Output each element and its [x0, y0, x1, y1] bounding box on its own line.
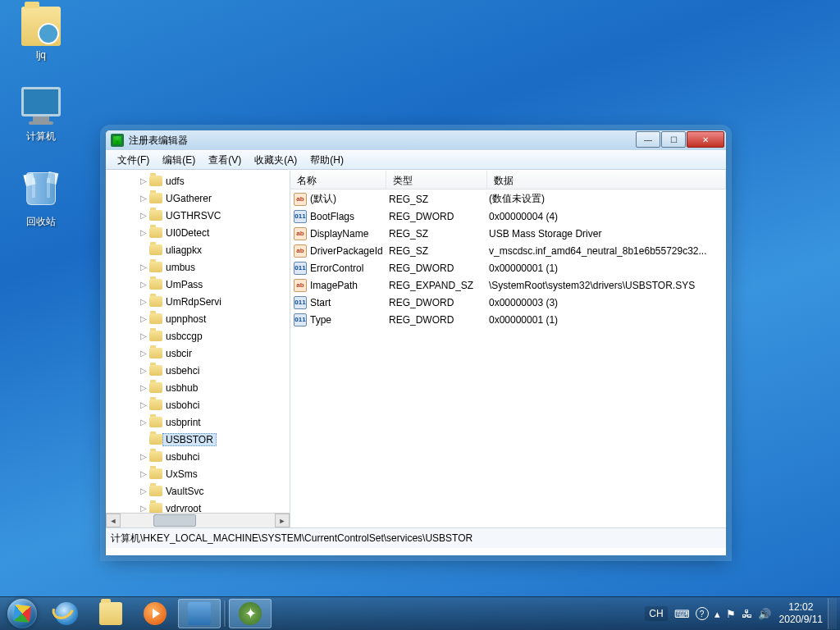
- tree-node-umrdpservi[interactable]: ▷UmRdpServi: [106, 293, 290, 310]
- tree-node-usbstor[interactable]: USBSTOR: [106, 431, 290, 448]
- value-name: ErrorControl: [310, 262, 363, 274]
- taskbar-app1[interactable]: [178, 599, 221, 628]
- expand-icon[interactable]: ▷: [139, 262, 148, 272]
- tree-node-uliagpkx[interactable]: uliagpkx: [106, 241, 290, 258]
- tree-node-ugthrsvc[interactable]: ▷UGTHRSVC: [106, 207, 290, 224]
- menu-view[interactable]: 查看(V): [202, 152, 248, 169]
- expand-icon[interactable]: ▷: [139, 176, 148, 185]
- close-button[interactable]: ✕: [687, 131, 724, 148]
- start-button[interactable]: [0, 597, 44, 630]
- tray-network-icon[interactable]: 🖧: [742, 608, 752, 620]
- tray-help-icon[interactable]: ?: [696, 607, 709, 620]
- scroll-thumb[interactable]: [153, 514, 196, 527]
- minimize-button[interactable]: —: [636, 131, 660, 148]
- menu-help[interactable]: 帮助(H): [304, 152, 350, 169]
- taskbar-mediaplayer[interactable]: [134, 599, 176, 628]
- value-name: Type: [310, 314, 331, 326]
- expand-icon[interactable]: ▷: [139, 486, 148, 495]
- col-name[interactable]: 名称: [290, 171, 386, 189]
- desktop-icon-recyclebin[interactable]: 回收站: [10, 169, 72, 229]
- tree-node-uxsms[interactable]: ▷UxSms: [106, 465, 290, 482]
- scroll-right-button[interactable]: ►: [275, 514, 290, 527]
- tree-node-umbus[interactable]: ▷umbus: [106, 258, 290, 276]
- value-row[interactable]: 011TypeREG_DWORD0x00000001 (1): [290, 311, 726, 328]
- value-row[interactable]: abImagePathREG_EXPAND_SZ\SystemRoot\syst…: [290, 276, 726, 294]
- col-type[interactable]: 类型: [386, 171, 487, 189]
- desktop-icon-computer[interactable]: 计算机: [10, 87, 72, 144]
- expand-icon[interactable]: ▷: [139, 228, 148, 237]
- maximize-button[interactable]: ☐: [661, 131, 686, 148]
- tree-node-vaultsvc[interactable]: ▷VaultSvc: [106, 482, 290, 500]
- expand-icon[interactable]: ▷: [139, 331, 148, 340]
- regedit-window: 注册表编辑器 — ☐ ✕ 文件(F) 编辑(E) 查看(V) 收藏夹(A) 帮助…: [105, 130, 727, 556]
- value-row[interactable]: 011ErrorControlREG_DWORD0x00000001 (1): [290, 259, 726, 276]
- taskbar: CH ⌨ ? ▴ ⚑ 🖧 🔊 12:02 2020/9/11: [0, 596, 840, 630]
- tree-node-usbccgp[interactable]: ▷usbccgp: [106, 327, 290, 345]
- expand-icon[interactable]: ▷: [139, 504, 148, 513]
- string-value-icon: ab: [294, 227, 307, 240]
- clock[interactable]: 12:02 2020/9/11: [779, 601, 823, 626]
- expand-icon[interactable]: ▷: [139, 194, 148, 203]
- list-header: 名称 类型 数据: [290, 171, 726, 189]
- expand-icon[interactable]: ▷: [139, 418, 148, 427]
- expand-icon[interactable]: ▷: [139, 297, 148, 306]
- folder-icon: [149, 313, 162, 324]
- folder-icon: [149, 193, 162, 203]
- expand-icon[interactable]: ▷: [139, 366, 148, 375]
- expand-icon[interactable]: ▷: [139, 383, 148, 392]
- taskbar-explorer[interactable]: [89, 599, 132, 628]
- show-desktop-button[interactable]: [828, 598, 837, 629]
- tree-node-umpass[interactable]: ▷UmPass: [106, 276, 290, 293]
- expand-icon[interactable]: ▷: [139, 349, 148, 358]
- tree-node-usbehci[interactable]: ▷usbehci: [106, 362, 290, 379]
- menu-edit[interactable]: 编辑(E): [156, 152, 202, 169]
- tree-node-label: usbhub: [166, 382, 198, 394]
- value-type: REG_DWORD: [389, 262, 489, 274]
- tree-node-usbuhci[interactable]: ▷usbuhci: [106, 448, 290, 465]
- expand-icon[interactable]: ▷: [139, 469, 148, 478]
- col-data[interactable]: 数据: [487, 171, 726, 189]
- tree-node-usbcir[interactable]: ▷usbcir: [106, 345, 290, 362]
- scroll-left-button[interactable]: ◄: [106, 514, 121, 527]
- value-row[interactable]: 011BootFlagsREG_DWORD0x00000004 (4): [290, 208, 726, 225]
- string-value-icon: ab: [294, 244, 307, 258]
- value-name: DisplayName: [310, 228, 368, 240]
- titlebar[interactable]: 注册表编辑器 — ☐ ✕: [106, 130, 726, 150]
- tree-node-usbprint[interactable]: ▷usbprint: [106, 413, 290, 431]
- value-data: 0x00000004 (4): [489, 211, 726, 222]
- taskbar-regedit[interactable]: [229, 599, 272, 628]
- folder-icon: [149, 262, 162, 272]
- horizontal-scrollbar[interactable]: ◄ ►: [106, 513, 290, 527]
- expand-icon[interactable]: [139, 435, 148, 444]
- tree-node-ui0detect[interactable]: ▷UI0Detect: [106, 224, 290, 241]
- value-row[interactable]: 011StartREG_DWORD0x00000003 (3): [290, 294, 726, 311]
- tray-flag-icon[interactable]: ⚑: [726, 608, 736, 620]
- tray-volume-icon[interactable]: 🔊: [758, 608, 771, 620]
- tree-node-usbhub[interactable]: ▷usbhub: [106, 379, 290, 396]
- expand-icon[interactable]: [139, 245, 148, 254]
- expand-icon[interactable]: ▷: [139, 314, 148, 323]
- tree-node-usbohci[interactable]: ▷usbohci: [106, 396, 290, 413]
- folder-icon: [149, 468, 162, 479]
- menu-file[interactable]: 文件(F): [111, 152, 156, 169]
- language-indicator[interactable]: CH: [645, 606, 667, 621]
- tray-chevron-icon[interactable]: ▴: [714, 608, 720, 620]
- value-row[interactable]: abDriverPackageIdREG_SZv_mscdsc.inf_amd6…: [290, 242, 726, 259]
- tree-node-udfs[interactable]: ▷udfs: [106, 172, 290, 189]
- tree-node-label: usbohci: [166, 399, 199, 411]
- taskbar-ie[interactable]: [45, 599, 88, 628]
- tree-node-label: UxSms: [166, 468, 198, 480]
- value-row[interactable]: ab(默认)REG_SZ(数值未设置): [290, 190, 726, 208]
- expand-icon[interactable]: ▷: [139, 400, 148, 409]
- tree-node-ugatherer[interactable]: ▷UGatherer: [106, 189, 290, 207]
- tree-node-label: usbprint: [166, 417, 201, 428]
- tree-node-upnphost[interactable]: ▷upnphost: [106, 310, 290, 327]
- expand-icon[interactable]: ▷: [139, 280, 148, 289]
- value-row[interactable]: abDisplayNameREG_SZUSB Mass Storage Driv…: [290, 225, 726, 242]
- expand-icon[interactable]: ▷: [139, 452, 148, 461]
- folder-icon: [149, 210, 162, 221]
- tray-keyboard-icon[interactable]: ⌨: [674, 608, 690, 620]
- desktop-icon-userfolder[interactable]: ljq: [10, 7, 72, 61]
- expand-icon[interactable]: ▷: [139, 211, 148, 220]
- menu-favorites[interactable]: 收藏夹(A): [248, 152, 304, 169]
